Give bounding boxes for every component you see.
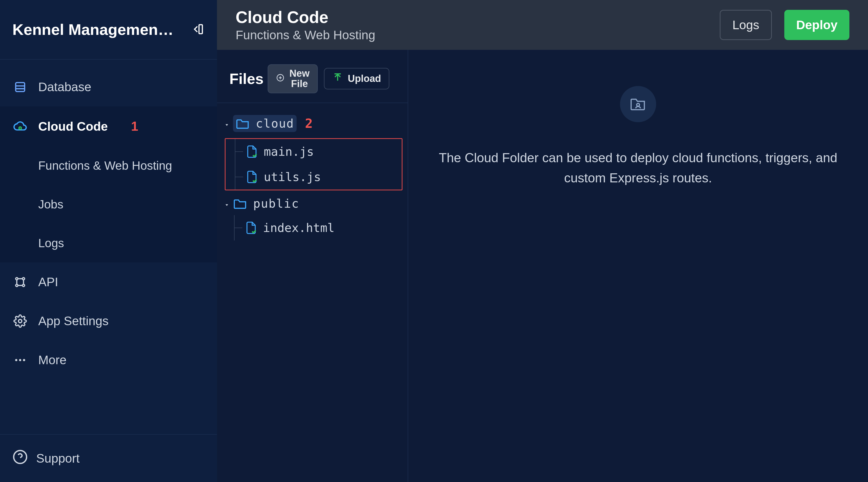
svg-point-14 [15, 359, 18, 361]
app-name[interactable]: Kennel Management ... [12, 21, 178, 38]
sidebar-item-label: Jobs [38, 197, 63, 211]
preview-panel: The Cloud Folder can be used to deploy c… [408, 50, 868, 482]
svg-point-6 [23, 278, 25, 280]
annotation-marker-2: 2 [305, 116, 313, 131]
file-icon [246, 170, 258, 184]
file-panel: Files New File [217, 50, 408, 482]
upload-button[interactable]: Upload [324, 68, 389, 89]
sidebar-item-label: Database [38, 80, 91, 94]
sidebar-item-logs[interactable]: Logs [0, 224, 217, 262]
svg-point-15 [19, 359, 22, 361]
file-panel-header: Files New File [217, 64, 408, 103]
new-file-label: New File [289, 68, 309, 89]
cloud-children-highlight: main.js [225, 138, 402, 190]
svg-rect-0 [199, 25, 202, 34]
plus-circle-icon [276, 73, 285, 84]
new-file-button[interactable]: New File [268, 64, 318, 93]
sidebar-item-label: More [38, 353, 66, 367]
collapse-sidebar-button[interactable] [191, 23, 205, 37]
more-icon [12, 353, 28, 367]
tree-branch: index.html [234, 215, 402, 240]
folder-name: public [253, 197, 299, 211]
svg-point-5 [16, 278, 18, 280]
sidebar: Kennel Management ... Database [0, 0, 217, 482]
main: Cloud Code Functions & Web Hosting Logs … [217, 0, 868, 482]
folder-icon [236, 118, 250, 129]
tree-connector [235, 177, 243, 177]
collapse-icon [191, 23, 205, 36]
api-icon [12, 275, 28, 289]
header-actions: Logs Deploy [720, 10, 849, 40]
gear-icon [12, 314, 28, 328]
upload-label: Upload [348, 73, 381, 84]
svg-point-16 [23, 359, 25, 361]
sidebar-item-cloud-code[interactable]: Cloud Code 1 [0, 106, 217, 146]
main-header: Cloud Code Functions & Web Hosting Logs … [217, 0, 868, 50]
tree-branch: main.js [235, 139, 402, 190]
cloud-code-icon [12, 119, 28, 133]
caret-down-icon [224, 117, 231, 130]
account-folder-icon [629, 97, 647, 111]
file-tree: cloud 2 [217, 103, 408, 248]
sidebar-item-label: Logs [38, 236, 64, 250]
files-tab[interactable]: Files [229, 70, 264, 87]
preview-placeholder-icon [620, 86, 656, 122]
svg-point-13 [19, 319, 22, 323]
svg-point-7 [16, 284, 18, 286]
upload-icon [332, 72, 343, 85]
page-title: Cloud Code [236, 8, 375, 27]
svg-rect-1 [16, 83, 25, 91]
tree-connector [235, 228, 242, 228]
cloud-code-submenu: Functions & Web Hosting Jobs Logs [0, 146, 217, 262]
sidebar-header: Kennel Management ... [0, 0, 217, 60]
sidebar-item-more[interactable]: More [0, 341, 217, 380]
file-icon [245, 221, 257, 234]
support-label: Support [36, 451, 80, 465]
svg-marker-24 [225, 124, 228, 126]
file-icon [246, 145, 258, 158]
sidebar-item-label: App Settings [38, 314, 108, 328]
folder-cloud[interactable]: cloud 2 [222, 110, 402, 137]
sidebar-item-database[interactable]: Database [0, 67, 217, 106]
svg-point-8 [23, 284, 25, 286]
file-index-html[interactable]: index.html [235, 215, 402, 240]
database-icon [12, 80, 28, 94]
folder-name: cloud [256, 117, 294, 130]
file-utils-js[interactable]: utils.js [235, 164, 402, 190]
file-main-js[interactable]: main.js [235, 139, 402, 164]
file-name: index.html [263, 221, 335, 235]
sidebar-item-label: Cloud Code [38, 119, 108, 133]
folder-icon [233, 198, 247, 210]
sidebar-item-functions-hosting[interactable]: Functions & Web Hosting [0, 146, 217, 185]
annotation-marker-1: 1 [131, 119, 138, 134]
caret-down-icon [224, 197, 231, 211]
sidebar-item-api[interactable]: API [0, 262, 217, 301]
sidebar-item-label: Functions & Web Hosting [38, 159, 172, 172]
page-subtitle: Functions & Web Hosting [236, 28, 375, 42]
logs-button[interactable]: Logs [720, 10, 772, 40]
help-icon [12, 449, 28, 468]
preview-description: The Cloud Folder can be used to deploy c… [425, 148, 851, 188]
sidebar-item-jobs[interactable]: Jobs [0, 185, 217, 224]
svg-point-4 [19, 127, 21, 129]
sidebar-item-label: API [38, 275, 58, 289]
deploy-button[interactable]: Deploy [784, 10, 849, 40]
svg-marker-25 [225, 204, 228, 206]
file-name: main.js [264, 144, 314, 159]
sidebar-support[interactable]: Support [0, 434, 217, 482]
file-name: utils.js [264, 170, 321, 184]
tree-connector [235, 151, 243, 152]
svg-point-26 [637, 103, 640, 106]
content: Files New File [217, 50, 868, 482]
sidebar-item-app-settings[interactable]: App Settings [0, 301, 217, 341]
app-root: Kennel Management ... Database [0, 0, 868, 482]
folder-public[interactable]: public [222, 192, 402, 215]
main-header-titles: Cloud Code Functions & Web Hosting [236, 8, 375, 42]
sidebar-nav: Database Cloud Code 1 Functions & Web Ho… [0, 60, 217, 434]
